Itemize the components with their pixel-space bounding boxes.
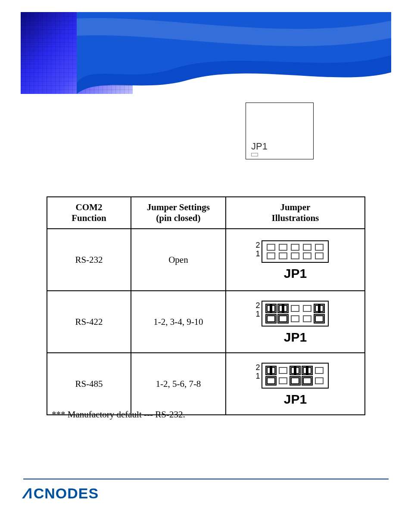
table-row: RS-422 1-2, 3-4, 9-10 2 1 [47,291,365,353]
th-settings-l2: (pin closed) [156,213,200,223]
logo-lambda-icon: Λ [22,485,34,502]
cell-illustration: 2 1 [226,291,365,353]
jumper-settings-table: COM2 Function Jumper Settings (pin close… [47,196,365,415]
acnodes-logo: ΛCNODES [23,485,99,502]
footer-divider [23,479,389,479]
jp1-locator-box: JP1 [246,103,314,159]
cell-function: RS-232 [47,229,131,291]
jumper-label: JP1 [262,392,329,407]
jumper-diagram: 2 1 JP1 [262,240,329,281]
pin-row-2: 2 [254,363,260,372]
cell-function: RS-422 [47,291,131,353]
jumper-diagram: 2 1 [262,301,329,345]
page: JP1 COM2 Function Jumper Settings (pin c… [0,0,411,532]
th-function: COM2 Function [47,197,131,229]
th-function-l2: Function [72,213,106,223]
jumper-label: JP1 [262,330,329,345]
jumper-diagram: 2 1 [262,363,329,407]
th-illus-l2: Illustrations [272,213,319,223]
pin-row-1: 1 [254,249,260,258]
jumper-label: JP1 [262,266,329,281]
cell-illustration: 2 1 [226,353,365,415]
table-row: RS-485 1-2, 5-6, 7-8 2 1 [47,353,365,415]
th-function-l1: COM2 [76,202,103,212]
cell-setting: 1-2, 5-6, 7-8 [131,353,226,415]
pin-row-2: 2 [254,241,260,249]
pin-row-2: 2 [254,301,260,310]
logo-text: CNODES [34,485,99,501]
cell-function: RS-485 [47,353,131,415]
cell-setting: 1-2, 3-4, 9-10 [131,291,226,353]
th-illus-l1: Jumper [280,202,310,212]
banner-swoosh [77,12,391,94]
footnote-default: *** Manufactory default --- RS-232. [52,409,185,420]
th-settings-l1: Jumper Settings [147,202,210,212]
th-illustrations: Jumper Illustrations [226,197,365,229]
jp1-locator-label: JP1 [251,141,268,152]
pin-row-1: 1 [254,372,260,380]
header-banner [21,12,391,94]
pin-row-1: 1 [254,310,260,318]
cell-illustration: 2 1 JP1 [226,229,365,291]
th-settings: Jumper Settings (pin closed) [131,197,226,229]
jp1-locator-marker [251,153,258,156]
table-row: RS-232 Open 2 1 JP1 [47,229,365,291]
cell-setting: Open [131,229,226,291]
